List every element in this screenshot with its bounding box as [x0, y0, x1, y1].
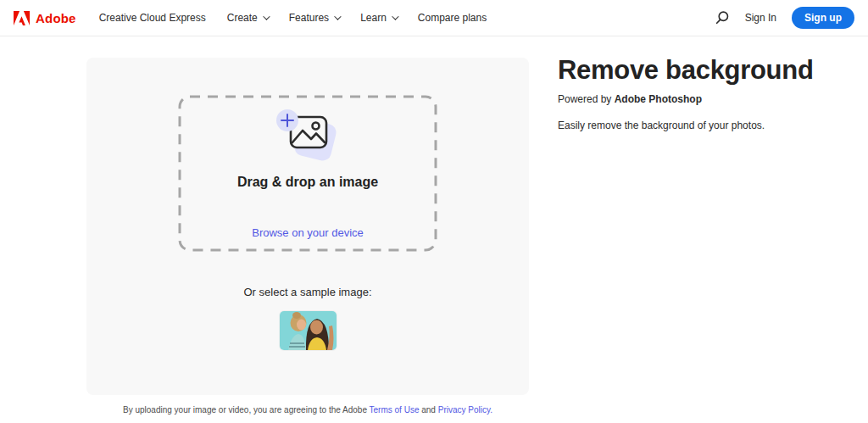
nav-learn-menu[interactable]: Learn [360, 12, 397, 24]
sample-image-thumbnail[interactable] [280, 311, 337, 350]
chevron-down-icon [392, 13, 398, 19]
disclaimer-text: and [419, 405, 437, 415]
header-actions: Sign In Sign up [715, 7, 854, 29]
page-title: Remove background [558, 57, 854, 85]
adobe-wordmark: Adobe [36, 11, 76, 25]
nav-label: Learn [360, 12, 387, 24]
drag-drop-zone[interactable]: Drag & drop an image Browse on your devi… [178, 95, 437, 252]
browse-device-link[interactable]: Browse on your device [252, 226, 364, 239]
dropzone-title: Drag & drop an image [237, 175, 378, 190]
terms-of-use-link[interactable]: Terms of Use [370, 405, 420, 415]
privacy-policy-link[interactable]: Privacy Policy. [438, 405, 492, 415]
nav-label: Create [227, 12, 258, 24]
top-navigation-bar: Adobe Creative Cloud Express Create Feat… [0, 0, 868, 36]
sign-up-button[interactable]: Sign up [792, 7, 854, 29]
powered-by-prefix: Powered by [558, 93, 615, 105]
main-nav: Creative Cloud Express Create Features L… [99, 12, 487, 24]
powered-by-line: Powered by Adobe Photoshop [558, 93, 854, 105]
tool-description: Remove background Powered by Adobe Photo… [558, 57, 854, 131]
nav-features-menu[interactable]: Features [289, 12, 339, 24]
plus-icon [276, 109, 298, 131]
sign-in-link[interactable]: Sign In [745, 12, 776, 24]
sample-image-label: Or select a sample image: [243, 286, 371, 298]
nav-compare-plans[interactable]: Compare plans [418, 12, 487, 24]
tool-tagline: Easily remove the background of your pho… [558, 120, 854, 131]
chevron-down-icon [263, 13, 270, 19]
nav-creative-cloud-express[interactable]: Creative Cloud Express [99, 12, 206, 24]
nav-create-menu[interactable]: Create [227, 12, 268, 24]
powered-by-brand: Adobe Photoshop [615, 93, 702, 105]
disclaimer-text: By uploading your image or video, you ar… [123, 405, 370, 415]
adobe-home-link[interactable]: Adobe [14, 11, 76, 25]
chevron-down-icon [334, 13, 341, 19]
nav-label: Features [289, 12, 329, 24]
upload-panel: Drag & drop an image Browse on your devi… [86, 58, 529, 395]
adobe-logo-icon [14, 11, 30, 25]
nav-label: Compare plans [418, 12, 487, 24]
search-icon[interactable] [715, 10, 730, 25]
nav-label: Creative Cloud Express [99, 12, 206, 24]
add-image-icon [275, 109, 341, 164]
upload-disclaimer: By uploading your image or video, you ar… [86, 405, 529, 415]
